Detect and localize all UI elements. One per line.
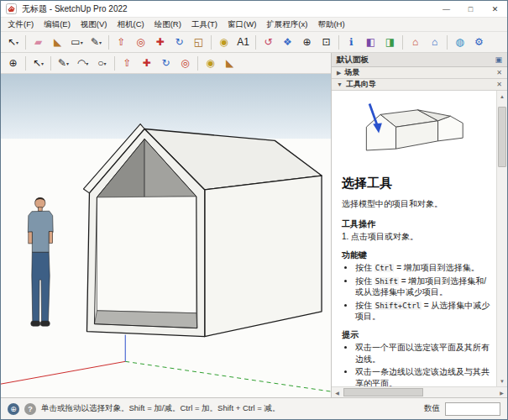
tips-heading: 提示 [342,329,492,341]
menu-tools[interactable]: 工具(T) [186,19,223,30]
offset-tool-icon[interactable]: ◎ [175,54,195,72]
menu-camera[interactable]: 相机(C) [112,19,149,30]
person-left-shoe [31,321,40,326]
panel-title: 默认面板 [337,55,369,66]
zoom-tool-icon[interactable]: ⊕ [297,33,317,51]
warehouse-3d-icon[interactable]: ⌂ [406,33,425,51]
tool-glyph: ◎ [181,58,189,68]
tape-measure-tool-icon[interactable]: ◉ [214,33,233,51]
tool-glyph: ✚ [155,37,164,47]
tool-glyph: ⇧ [117,37,125,47]
modifier-text-pre: 按住 [355,301,374,310]
scroll-left-icon[interactable]: ◀ [332,387,343,397]
menu-edit[interactable]: 编辑(E) [39,19,76,30]
help-icon[interactable]: ? [24,403,36,415]
key-label: Shift [374,277,399,286]
geolocation-toolbar-icon[interactable]: ◍ [450,33,469,51]
tape-measure-tool-icon[interactable]: ◉ [201,54,220,72]
tool-glyph: ❖ [283,37,292,47]
scroll-track[interactable] [497,102,507,375]
horizontal-scrollbar[interactable]: ◀ ▶ [332,386,507,397]
zoom-window-tool-icon[interactable]: ⊕ [3,54,23,72]
tool-group: ↖▾ [3,33,23,51]
scroll-thumb[interactable] [498,107,506,167]
extension-warehouse-icon[interactable]: ⌂ [425,33,444,51]
paint-bucket-tool-icon[interactable]: ◣ [220,54,239,72]
toolbar-separator [447,35,448,50]
hscroll-thumb[interactable] [343,388,423,396]
select-tool-icon[interactable]: ↖▾ [29,54,48,72]
instructor-tool-title: 选择工具 [342,175,492,192]
instructor-description: 选择模型中的项目和对象。 [342,198,492,210]
styles-icon[interactable]: ◨ [380,33,400,51]
scroll-up-icon[interactable]: ▲ [497,91,507,102]
materials-icon[interactable]: ◧ [361,33,380,51]
window-controls: — □ ✕ [434,1,507,17]
close-icon[interactable]: ✕ [496,69,502,76]
dropdown-caret-icon: ▾ [66,60,69,66]
pan-tool-icon[interactable]: ❖ [278,33,297,51]
hscroll-track[interactable] [343,387,496,397]
eraser-tool-icon[interactable]: ▰ [29,33,48,51]
tool-glyph: ↖ [8,37,16,47]
viewport-canvas[interactable] [1,74,331,397]
interior-back-wall[interactable] [97,197,196,313]
tool-group: ℹ◧◨ [342,33,400,51]
menu-extensions[interactable]: 扩展程序(x) [261,19,312,30]
paint-bucket-tool-icon[interactable]: ◣ [48,33,67,51]
menu-view[interactable]: 视图(V) [76,19,113,30]
geolocation-icon[interactable]: ⊕ [8,403,19,415]
settings-icon[interactable]: ⚙ [469,33,489,51]
dropdown-caret-icon: ▾ [16,39,18,45]
toolbar-separator [114,56,115,71]
menu-draw[interactable]: 绘图(R) [149,19,186,30]
arc-tool-icon[interactable]: ◠▾ [73,54,92,72]
chevron-down-icon: ▼ [337,81,343,87]
maximize-button[interactable]: □ [458,1,483,17]
measurement-input[interactable] [445,402,500,416]
panel-section-instructor[interactable]: ▼ 工具向导 ✕ [332,79,507,91]
tool-group: ⇧✚↻◎ [118,54,195,72]
house-model[interactable] [83,124,322,337]
line-tool-icon[interactable]: ✎▾ [54,54,73,72]
vertical-scrollbar[interactable]: ▲ ▼ [496,91,507,386]
tool-glyph: ℹ [349,37,354,47]
tool-glyph: ⇧ [123,58,131,68]
push-pull-tool-icon[interactable]: ⇧ [112,33,131,51]
modifier-heading: 功能键 [342,249,492,261]
menu-window[interactable]: 窗口(W) [223,19,261,30]
line-tool-icon[interactable]: ✎▾ [86,33,106,51]
minimize-button[interactable]: — [434,1,458,17]
text-tool-icon[interactable]: A1 [233,33,253,51]
offset-tool-icon[interactable]: ◎ [131,33,150,51]
select-tool-icon[interactable]: ↖▾ [3,33,23,51]
close-icon[interactable]: ✕ [496,81,502,88]
panel-dock-icon[interactable]: ▣ [495,55,502,64]
circle-tool-icon[interactable]: ○▾ [92,54,112,72]
toolbar-separator [197,56,198,71]
move-tool-icon[interactable]: ✚ [150,33,170,51]
model-info-icon[interactable]: ℹ [342,33,361,51]
close-button[interactable]: ✕ [483,1,507,17]
zoom-extents-tool-icon[interactable]: ⊡ [317,33,336,51]
right-wall-face[interactable] [205,176,322,337]
main-area: ⊕ ↖▾ ✎▾◠▾○▾ ⇧✚↻◎ ◉◣ [1,53,507,397]
chevron-right-icon: ▶ [337,70,341,76]
menu-bar: 文件(F)编辑(E)视图(V)相机(C)绘图(R)工具(T)窗口(W)扩展程序(… [1,18,507,32]
scale-tool-icon[interactable]: ◱ [189,33,208,51]
orbit-tool-icon[interactable]: ↺ [259,33,278,51]
menu-file[interactable]: 文件(F) [3,19,39,30]
shapes-tool-icon[interactable]: ▭▾ [67,33,86,51]
scroll-right-icon[interactable]: ▶ [496,387,507,397]
rotate-tool-icon[interactable]: ↻ [170,33,189,51]
rotate-tool-icon[interactable]: ↻ [156,54,175,72]
globe-glyph: ⊕ [10,405,17,413]
tool-glyph: ⊕ [8,58,17,68]
push-pull-tool-icon[interactable]: ⇧ [118,54,137,72]
menu-help[interactable]: 帮助(H) [312,19,349,30]
move-tool-icon[interactable]: ✚ [137,54,156,72]
scroll-down-icon[interactable]: ▼ [497,375,507,386]
modifier-item: 按住 Ctrl = 增加项目到选择集。 [355,262,492,274]
panel-section-scenes[interactable]: ▶ 场景 ✕ [332,67,507,79]
viewport[interactable] [1,74,331,397]
